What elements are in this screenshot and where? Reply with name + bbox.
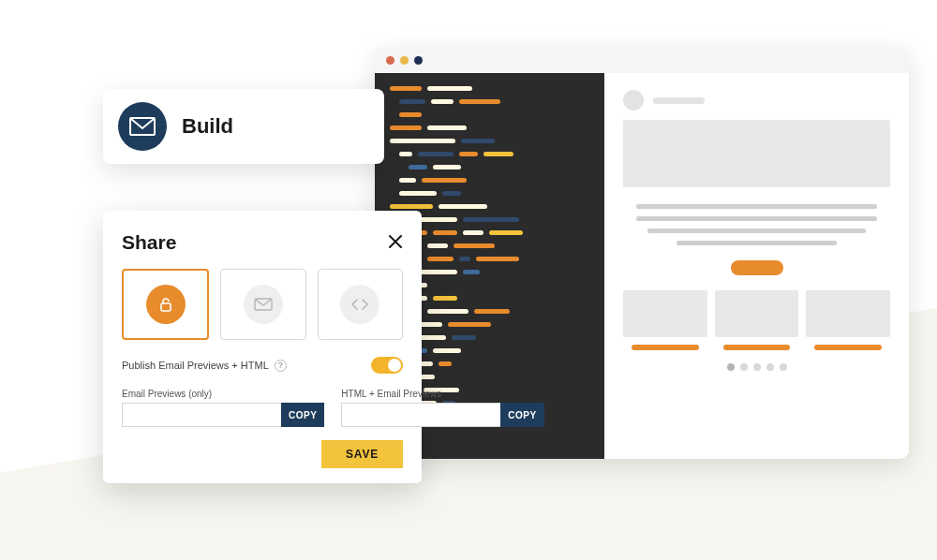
thumbnail-bar (723, 345, 791, 350)
share-option-unlocked[interactable] (122, 269, 209, 340)
copy-input-html[interactable] (341, 403, 500, 427)
copy-button-html[interactable]: COPY (500, 403, 543, 427)
email-preview-panel (604, 73, 909, 459)
text-line (636, 204, 877, 209)
unlock-icon (146, 285, 186, 324)
share-title: Share (122, 231, 176, 254)
envelope-icon (118, 102, 167, 151)
traffic-light-zoom[interactable] (414, 56, 423, 65)
thumbnail (715, 290, 799, 337)
code-icon (340, 285, 379, 324)
thumbnail-bar (814, 345, 882, 350)
save-button[interactable]: SAVE (321, 440, 403, 468)
hero-image-placeholder (623, 120, 890, 187)
text-line (677, 241, 837, 245)
publish-label: Publish Email Previews + HTML (122, 360, 269, 371)
build-card[interactable]: Build (103, 89, 384, 164)
share-option-email[interactable] (220, 269, 305, 340)
sender-name-placeholder (653, 97, 705, 104)
traffic-light-close[interactable] (386, 56, 394, 65)
copy-button-previews[interactable]: COPY (281, 403, 324, 427)
svg-rect-1 (161, 303, 171, 311)
traffic-light-minimize[interactable] (400, 56, 409, 65)
thumbnail (806, 290, 890, 337)
share-modal: Share (103, 211, 422, 483)
share-option-code[interactable] (318, 269, 403, 340)
copy-input-previews[interactable] (122, 403, 281, 427)
build-title: Build (182, 114, 233, 139)
avatar (623, 90, 644, 111)
help-icon[interactable]: ? (275, 360, 287, 372)
copy-label-html: HTML + Email Previews (341, 389, 543, 399)
copy-label-previews: Email Previews (only) (122, 389, 324, 399)
publish-toggle[interactable] (371, 357, 403, 374)
cta-button-placeholder (731, 260, 783, 275)
carousel-pager[interactable] (727, 363, 787, 371)
thumbnail-bar (632, 345, 699, 350)
text-line (647, 228, 867, 233)
close-icon[interactable] (388, 233, 403, 252)
envelope-icon (244, 285, 283, 324)
text-line (636, 216, 877, 221)
window-chrome (375, 47, 909, 73)
thumbnail (623, 290, 707, 337)
